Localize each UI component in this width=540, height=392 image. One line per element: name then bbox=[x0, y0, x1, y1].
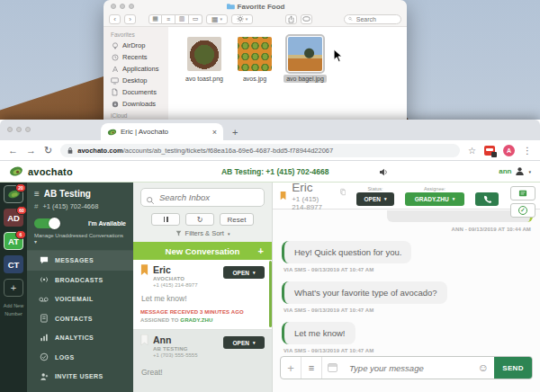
sidebar-item-applications[interactable]: Applications bbox=[104, 63, 168, 75]
reload-button[interactable]: ↻ bbox=[44, 145, 52, 156]
minimize-window-button[interactable] bbox=[16, 127, 22, 132]
add-number-button[interactable]: + bbox=[4, 279, 23, 297]
bookmark-star-icon[interactable]: ☆ bbox=[468, 146, 476, 156]
sidebar-item-documents[interactable]: Documents bbox=[104, 86, 168, 98]
icon-view-button[interactable]: ▦ bbox=[148, 14, 162, 24]
finder-search-input[interactable] bbox=[355, 15, 397, 23]
action-gear-button[interactable]: ▾ bbox=[231, 14, 253, 24]
filters-sort-dropdown[interactable]: Filters & Sort ▾ bbox=[133, 229, 272, 237]
user-name: ann bbox=[499, 167, 511, 175]
inbox-search-input[interactable] bbox=[140, 188, 265, 207]
browser-menu-icon[interactable]: ⋮ bbox=[523, 146, 532, 156]
brand-wordmark: avochato bbox=[28, 166, 73, 177]
sidebar-item-contacts[interactable]: CONTACTS bbox=[27, 309, 133, 329]
availability-toggle[interactable] bbox=[34, 218, 59, 228]
send-button[interactable]: SEND bbox=[494, 357, 532, 379]
refresh-button[interactable]: ↻ bbox=[185, 213, 214, 226]
account-tile-ad[interactable]: AD 60 bbox=[4, 209, 23, 227]
conversation-item-eric[interactable]: Eric AVOCHATO +1 (415) 214-8977 OPEN▾ Le… bbox=[133, 260, 272, 330]
browser-window: Eric | Avochato × + ← → ↻ avochato.com/a… bbox=[0, 120, 540, 392]
conversation-status-dropdown[interactable]: OPEN▾ bbox=[223, 336, 265, 349]
conversation-item-ann[interactable]: Ann AB TESTING +1 (703) 555-5555 OPEN▾ G… bbox=[133, 330, 272, 392]
status-dropdown[interactable]: OPEN▾ bbox=[356, 192, 394, 206]
account-tile-avochato[interactable]: 20 bbox=[4, 185, 23, 203]
list-view-button[interactable]: ≡ bbox=[162, 14, 176, 24]
chat-panel: Eric +1 (415) 214-8977 Status: OPEN▾ Ass… bbox=[273, 183, 540, 392]
share-button[interactable] bbox=[285, 14, 297, 24]
back-button[interactable]: ← bbox=[8, 145, 18, 156]
desktop-icon bbox=[111, 77, 119, 85]
sidebar-item-recents[interactable]: Recents bbox=[104, 51, 168, 63]
close-window-button[interactable] bbox=[7, 127, 13, 132]
account-tile-ct[interactable]: CT bbox=[4, 255, 23, 273]
sidebar-item-invite-users[interactable]: INVITE USERS bbox=[27, 367, 133, 387]
browser-profile-avatar[interactable]: A bbox=[503, 145, 515, 156]
assignee-dropdown[interactable]: GRADY.ZHU▾ bbox=[405, 192, 464, 206]
address-bar[interactable]: avochato.com/accounts/ab_testing/tickets… bbox=[60, 144, 460, 157]
notes-button[interactable] bbox=[510, 186, 536, 200]
finder-forward-button[interactable]: › bbox=[124, 14, 136, 24]
sidebar-item-analytics[interactable]: ANALYTICS bbox=[27, 328, 133, 348]
sidebar-item-broadcasts[interactable]: BROADCASTS bbox=[27, 271, 133, 290]
group-button[interactable]: ▦▾ bbox=[206, 14, 228, 24]
finder-back-button[interactable]: ‹ bbox=[109, 14, 121, 24]
message-input[interactable] bbox=[342, 357, 472, 379]
hash-icon: # bbox=[34, 202, 38, 210]
search-icon bbox=[146, 192, 155, 209]
new-tab-button[interactable]: + bbox=[232, 127, 238, 138]
column-view-button[interactable]: ▥ bbox=[176, 14, 189, 24]
finder-titlebar: Favorite Food bbox=[104, 0, 407, 12]
analytics-icon bbox=[39, 334, 49, 342]
attach-button[interactable]: + bbox=[281, 357, 302, 379]
reset-button[interactable]: Reset bbox=[220, 213, 254, 226]
emoji-button[interactable]: ☺ bbox=[472, 357, 494, 379]
zoom-window-button[interactable] bbox=[25, 127, 31, 132]
forward-button[interactable]: → bbox=[26, 145, 36, 156]
unread-badge: 6 bbox=[15, 230, 26, 239]
sidebar-item-logs[interactable]: LOGS bbox=[27, 348, 133, 368]
finder-window: Favorite Food ‹ › ▦ ≡ ▥ ▭ ▦▾ ▾ bbox=[104, 0, 407, 123]
conversation-preview: Great! bbox=[141, 368, 265, 377]
clock-icon bbox=[111, 54, 119, 61]
new-conversation-button[interactable]: New Conversation + bbox=[133, 242, 272, 260]
conversation-phone: +1 (415) 214-8977 bbox=[153, 282, 219, 288]
voicemail-icon bbox=[39, 296, 49, 303]
sidebar-item-airdrop[interactable]: AirDrop bbox=[104, 40, 168, 51]
sidebar-item-desktop[interactable]: Desktop bbox=[104, 75, 168, 86]
conversation-status-dropdown[interactable]: OPEN▾ bbox=[223, 266, 265, 279]
hamburger-icon[interactable]: ≡ bbox=[34, 189, 40, 199]
sidebar-item-voicemail[interactable]: VOICEMAIL bbox=[27, 290, 133, 309]
message-meta: VIA SMS - 09/13/2019 AT 10:47 AM bbox=[284, 307, 531, 313]
download-icon bbox=[111, 101, 119, 108]
finder-search-field[interactable] bbox=[344, 14, 401, 24]
bookmark-icon bbox=[140, 334, 148, 346]
browser-extension-icon[interactable] bbox=[484, 146, 495, 156]
call-button[interactable] bbox=[475, 192, 499, 206]
gallery-view-button[interactable]: ▭ bbox=[189, 14, 202, 24]
file-avos[interactable]: avos.jpg bbox=[231, 37, 278, 83]
message-bubble: Hey! Quick question for you. bbox=[282, 241, 411, 263]
caret-down-icon: ▾ bbox=[253, 270, 256, 275]
sound-toggle-icon[interactable] bbox=[379, 164, 389, 180]
templates-button[interactable]: ≡ bbox=[302, 357, 322, 379]
avochato-logo bbox=[9, 166, 23, 176]
manage-unaddressed-dropdown[interactable]: Manage Unaddressed Conversations ▾ bbox=[27, 231, 133, 250]
sidebar-item-messages[interactable]: MESSAGES bbox=[27, 251, 133, 271]
bookmark-icon[interactable] bbox=[280, 190, 286, 202]
list-scrollbar-thumb[interactable] bbox=[269, 261, 272, 327]
account-tile-at-active[interactable]: AT 6 bbox=[4, 232, 23, 250]
file-avo-toast[interactable]: avo toast.png bbox=[181, 37, 228, 83]
schedule-button[interactable] bbox=[322, 357, 342, 379]
pause-button[interactable] bbox=[151, 213, 180, 226]
user-menu[interactable]: ann ▾ bbox=[499, 166, 531, 176]
tag-button[interactable] bbox=[301, 14, 312, 24]
copy-icon[interactable] bbox=[340, 187, 346, 197]
calendar-icon bbox=[328, 363, 338, 372]
tab-close-icon[interactable]: × bbox=[212, 128, 217, 137]
broadcast-icon bbox=[39, 275, 49, 284]
browser-tab[interactable]: Eric | Avochato × bbox=[101, 123, 223, 140]
file-avo-bagel[interactable]: avo bagel.jpg bbox=[282, 37, 328, 83]
message-meta: VIA SMS - 09/13/2019 AT 10:47 AM bbox=[284, 348, 531, 353]
resolve-button[interactable]: ✓ bbox=[510, 203, 536, 218]
sidebar-item-downloads[interactable]: Downloads bbox=[104, 98, 168, 110]
